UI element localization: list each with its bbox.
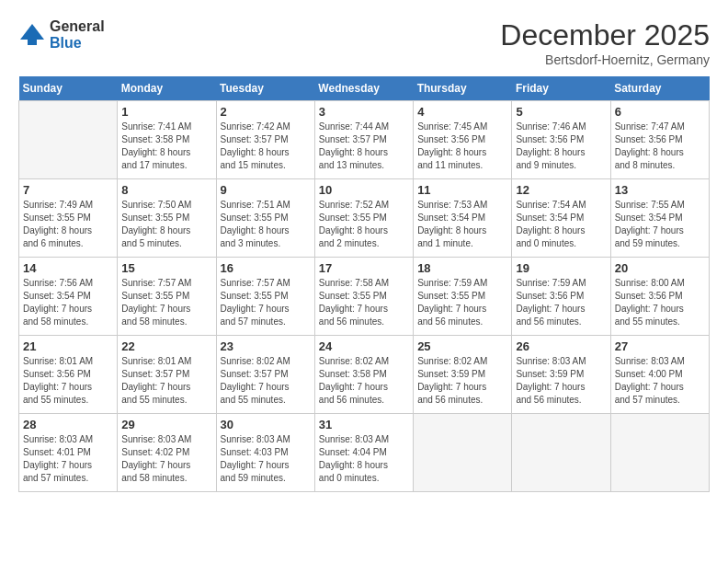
- table-row: 18Sunrise: 7:59 AM Sunset: 3:55 PM Dayli…: [414, 258, 512, 336]
- day-info: Sunrise: 7:54 AM Sunset: 3:54 PM Dayligh…: [516, 199, 606, 250]
- day-number: 29: [121, 418, 211, 431]
- day-number: 5: [516, 105, 606, 119]
- day-info: Sunrise: 7:59 AM Sunset: 3:55 PM Dayligh…: [417, 277, 507, 328]
- day-info: Sunrise: 7:55 AM Sunset: 3:54 PM Dayligh…: [615, 199, 705, 250]
- day-number: 11: [417, 183, 507, 197]
- table-row: 31Sunrise: 8:03 AM Sunset: 4:04 PM Dayli…: [314, 414, 413, 492]
- monday-header: Monday: [118, 76, 216, 101]
- table-row: 27Sunrise: 8:03 AM Sunset: 4:00 PM Dayli…: [610, 336, 709, 414]
- day-number: 3: [319, 105, 409, 119]
- table-row: 13Sunrise: 7:55 AM Sunset: 3:54 PM Dayli…: [610, 179, 709, 258]
- logo-general-text: General: [50, 18, 105, 35]
- table-row: [512, 414, 610, 492]
- table-row: 8Sunrise: 7:50 AM Sunset: 3:55 PM Daylig…: [118, 179, 216, 258]
- day-info: Sunrise: 7:51 AM Sunset: 3:55 PM Dayligh…: [221, 199, 311, 250]
- day-info: Sunrise: 8:02 AM Sunset: 3:57 PM Dayligh…: [221, 355, 311, 407]
- location-subtitle: Bertsdorf-Hoernitz, Germany: [500, 52, 710, 67]
- svg-marker-0: [20, 24, 44, 40]
- table-row: 16Sunrise: 7:57 AM Sunset: 3:55 PM Dayli…: [216, 258, 314, 336]
- day-number: 12: [516, 183, 606, 197]
- day-info: Sunrise: 8:03 AM Sunset: 3:59 PM Dayligh…: [516, 355, 606, 407]
- logo-text: General Blue: [50, 18, 105, 51]
- day-number: 7: [23, 183, 113, 197]
- table-row: 6Sunrise: 7:47 AM Sunset: 3:56 PM Daylig…: [610, 101, 709, 179]
- day-info: Sunrise: 8:00 AM Sunset: 3:56 PM Dayligh…: [615, 277, 705, 328]
- sunday-header: Sunday: [19, 76, 118, 101]
- logo: General Blue: [18, 18, 105, 51]
- day-info: Sunrise: 7:59 AM Sunset: 3:56 PM Dayligh…: [516, 277, 606, 328]
- day-info: Sunrise: 7:44 AM Sunset: 3:57 PM Dayligh…: [319, 121, 409, 172]
- table-row: 10Sunrise: 7:52 AM Sunset: 3:55 PM Dayli…: [314, 179, 413, 258]
- day-number: 25: [417, 339, 507, 353]
- thursday-header: Thursday: [414, 76, 512, 101]
- table-row: 20Sunrise: 8:00 AM Sunset: 3:56 PM Dayli…: [610, 258, 709, 336]
- calendar-week-row: 7Sunrise: 7:49 AM Sunset: 3:55 PM Daylig…: [19, 179, 710, 258]
- table-row: [610, 414, 709, 492]
- day-info: Sunrise: 8:03 AM Sunset: 4:03 PM Dayligh…: [221, 433, 311, 485]
- table-row: 21Sunrise: 8:01 AM Sunset: 3:56 PM Dayli…: [19, 336, 118, 414]
- title-area: December 2025 Bertsdorf-Hoernitz, German…: [500, 18, 710, 67]
- table-row: 4Sunrise: 7:45 AM Sunset: 3:56 PM Daylig…: [414, 101, 512, 179]
- day-info: Sunrise: 7:42 AM Sunset: 3:57 PM Dayligh…: [221, 121, 311, 172]
- day-info: Sunrise: 8:02 AM Sunset: 3:58 PM Dayligh…: [319, 355, 409, 407]
- day-number: 16: [221, 261, 311, 275]
- table-row: 26Sunrise: 8:03 AM Sunset: 3:59 PM Dayli…: [512, 336, 610, 414]
- calendar-body: 1Sunrise: 7:41 AM Sunset: 3:58 PM Daylig…: [19, 101, 710, 492]
- day-info: Sunrise: 7:50 AM Sunset: 3:55 PM Dayligh…: [121, 199, 211, 250]
- day-info: Sunrise: 7:52 AM Sunset: 3:55 PM Dayligh…: [319, 199, 409, 250]
- table-row: 3Sunrise: 7:44 AM Sunset: 3:57 PM Daylig…: [314, 101, 413, 179]
- day-number: 30: [221, 418, 311, 431]
- day-info: Sunrise: 8:03 AM Sunset: 4:01 PM Dayligh…: [23, 433, 113, 485]
- table-row: 2Sunrise: 7:42 AM Sunset: 3:57 PM Daylig…: [216, 101, 314, 179]
- friday-header: Friday: [512, 76, 610, 101]
- day-number: 19: [516, 261, 606, 275]
- month-title: December 2025: [500, 18, 710, 52]
- logo-icon: [18, 21, 46, 49]
- table-row: 25Sunrise: 8:02 AM Sunset: 3:59 PM Dayli…: [414, 336, 512, 414]
- calendar-week-row: 21Sunrise: 8:01 AM Sunset: 3:56 PM Dayli…: [19, 336, 710, 414]
- calendar-week-row: 1Sunrise: 7:41 AM Sunset: 3:58 PM Daylig…: [19, 101, 710, 179]
- table-row: 1Sunrise: 7:41 AM Sunset: 3:58 PM Daylig…: [118, 101, 216, 179]
- table-row: 9Sunrise: 7:51 AM Sunset: 3:55 PM Daylig…: [216, 179, 314, 258]
- calendar-week-row: 28Sunrise: 8:03 AM Sunset: 4:01 PM Dayli…: [19, 414, 710, 492]
- svg-rect-1: [28, 40, 37, 45]
- day-number: 14: [23, 261, 113, 275]
- table-row: 7Sunrise: 7:49 AM Sunset: 3:55 PM Daylig…: [19, 179, 118, 258]
- calendar-header: Sunday Monday Tuesday Wednesday Thursday…: [19, 76, 710, 101]
- day-number: 10: [319, 183, 409, 197]
- table-row: 24Sunrise: 8:02 AM Sunset: 3:58 PM Dayli…: [314, 336, 413, 414]
- day-info: Sunrise: 8:03 AM Sunset: 4:04 PM Dayligh…: [319, 433, 409, 485]
- table-row: 22Sunrise: 8:01 AM Sunset: 3:57 PM Dayli…: [118, 336, 216, 414]
- logo-blue-text: Blue: [50, 35, 105, 52]
- table-row: 29Sunrise: 8:03 AM Sunset: 4:02 PM Dayli…: [118, 414, 216, 492]
- day-number: 28: [23, 418, 113, 431]
- tuesday-header: Tuesday: [216, 76, 314, 101]
- day-info: Sunrise: 8:01 AM Sunset: 3:57 PM Dayligh…: [121, 355, 211, 407]
- table-row: 12Sunrise: 7:54 AM Sunset: 3:54 PM Dayli…: [512, 179, 610, 258]
- day-info: Sunrise: 7:49 AM Sunset: 3:55 PM Dayligh…: [23, 199, 113, 250]
- day-info: Sunrise: 7:45 AM Sunset: 3:56 PM Dayligh…: [417, 121, 507, 172]
- table-row: 11Sunrise: 7:53 AM Sunset: 3:54 PM Dayli…: [414, 179, 512, 258]
- table-row: 17Sunrise: 7:58 AM Sunset: 3:55 PM Dayli…: [314, 258, 413, 336]
- day-number: 13: [615, 183, 705, 197]
- day-number: 22: [121, 339, 211, 353]
- day-number: 21: [23, 339, 113, 353]
- day-number: 27: [615, 339, 705, 353]
- day-number: 15: [121, 261, 211, 275]
- day-number: 2: [221, 105, 311, 119]
- table-row: 19Sunrise: 7:59 AM Sunset: 3:56 PM Dayli…: [512, 258, 610, 336]
- day-info: Sunrise: 7:46 AM Sunset: 3:56 PM Dayligh…: [516, 121, 606, 172]
- day-info: Sunrise: 8:02 AM Sunset: 3:59 PM Dayligh…: [417, 355, 507, 407]
- day-number: 17: [319, 261, 409, 275]
- wednesday-header: Wednesday: [314, 76, 413, 101]
- table-row: [414, 414, 512, 492]
- day-info: Sunrise: 8:03 AM Sunset: 4:02 PM Dayligh…: [121, 433, 211, 485]
- day-number: 9: [221, 183, 311, 197]
- day-info: Sunrise: 7:58 AM Sunset: 3:55 PM Dayligh…: [319, 277, 409, 328]
- day-info: Sunrise: 7:41 AM Sunset: 3:58 PM Dayligh…: [121, 121, 211, 172]
- calendar-week-row: 14Sunrise: 7:56 AM Sunset: 3:54 PM Dayli…: [19, 258, 710, 336]
- day-number: 26: [516, 339, 606, 353]
- table-row: 28Sunrise: 8:03 AM Sunset: 4:01 PM Dayli…: [19, 414, 118, 492]
- day-number: 4: [417, 105, 507, 119]
- day-info: Sunrise: 7:57 AM Sunset: 3:55 PM Dayligh…: [121, 277, 211, 328]
